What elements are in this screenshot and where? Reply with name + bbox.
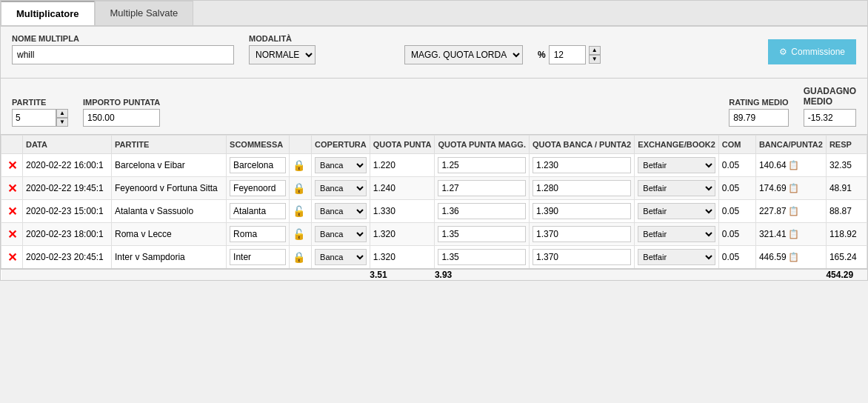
quota-punta-magg-input-4[interactable]: [438, 249, 526, 265]
copertura-cell-3: Banca: [312, 223, 370, 246]
quota-banca-input-3[interactable]: [533, 226, 631, 242]
footer-com: [718, 269, 755, 280]
modalita-label: MODALITÀ: [249, 34, 316, 43]
copertura-select-3[interactable]: Banca: [315, 226, 367, 242]
remove-btn-2[interactable]: ✕: [4, 204, 19, 219]
modalita-select[interactable]: NORMALE: [249, 45, 316, 64]
scommessa-input-1[interactable]: [230, 180, 286, 196]
th-quota-punta-magg: QUOTA PUNTA MAGG.: [435, 136, 530, 154]
importo-label: IMPORTO PUNTATA: [83, 98, 160, 107]
quota-punta-magg-input-2[interactable]: [438, 203, 526, 219]
copertura-cell-1: Banca: [312, 177, 370, 200]
magg-group: MAGG. QUOTA LORDA: [404, 45, 523, 64]
nome-multipla-group: NOME MULTIPLA: [12, 34, 234, 64]
quota-punta-magg-input-0[interactable]: [438, 157, 526, 173]
magg-select[interactable]: MAGG. QUOTA LORDA: [404, 45, 523, 64]
quota-punta-magg-input-1[interactable]: [438, 180, 526, 196]
copy-icon-4[interactable]: 📋: [788, 252, 799, 262]
banca-punta2-value-3: 321.41: [759, 229, 787, 239]
copy-icon-3[interactable]: 📋: [788, 229, 799, 239]
th-quota-punta: QUOTA PUNTA: [370, 136, 435, 154]
th-exchange: EXCHANGE/BOOK2: [635, 136, 719, 154]
footer-exchange: [635, 269, 719, 280]
remove-cell[interactable]: ✕: [1, 223, 23, 246]
pct-symbol: %: [538, 50, 546, 60]
th-data: DATA: [23, 136, 112, 154]
remove-btn-1[interactable]: ✕: [4, 181, 19, 196]
exchange-select-4[interactable]: Betfair: [638, 249, 715, 265]
scommessa-cell-3: [227, 223, 290, 246]
scommessa-input-2[interactable]: [230, 203, 286, 219]
table-row: ✕ 2020-02-22 16:00:1 Barcelona v Eibar 🔒…: [1, 154, 867, 177]
remove-cell[interactable]: ✕: [1, 246, 23, 270]
com-cell-3: 0.05: [718, 223, 755, 246]
guadagno-label: GUADAGNO MEDIO: [804, 86, 856, 107]
table-wrap: DATA PARTITE SCOMMESSA COPERTURA QUOTA P…: [1, 135, 867, 280]
guadagno-value: -15.32: [804, 109, 856, 127]
remove-btn-0[interactable]: ✕: [4, 158, 19, 173]
exchange-select-1[interactable]: Betfair: [638, 180, 715, 196]
exchange-cell-1: Betfair: [635, 177, 719, 200]
quota-banca-input-2[interactable]: [533, 203, 631, 219]
lock-cell-0[interactable]: 🔒: [290, 154, 312, 177]
banca-punta2-cell-2: 227.87 📋: [755, 200, 826, 223]
quota-banca-cell-2: [530, 200, 635, 223]
copertura-select-1[interactable]: Banca: [315, 180, 367, 196]
copy-icon-1[interactable]: 📋: [788, 183, 799, 193]
quota-banca-input-4[interactable]: [533, 249, 631, 265]
partite-up-btn[interactable]: ▲: [56, 109, 68, 118]
table-row: ✕ 2020-02-22 19:45:1 Feyenoord v Fortuna…: [1, 177, 867, 200]
partite-stepper-wrap: ▲ ▼: [12, 109, 68, 127]
copertura-select-0[interactable]: Banca: [315, 157, 367, 173]
pct-input[interactable]: [549, 45, 586, 64]
footer-quota-banca: [530, 269, 635, 280]
remove-cell[interactable]: ✕: [1, 154, 23, 177]
lock-cell-1[interactable]: 🔒: [290, 177, 312, 200]
copertura-select-4[interactable]: Banca: [315, 249, 367, 265]
commission-button[interactable]: ⚙ Commissione: [768, 39, 856, 64]
quota-punta-magg-cell-2: [435, 200, 530, 223]
partite-down-btn[interactable]: ▼: [56, 118, 68, 127]
pct-group: % ▲ ▼: [538, 45, 601, 64]
data-cell-2: 2020-02-23 15:00:1: [23, 200, 112, 223]
scommessa-input-4[interactable]: [230, 249, 286, 265]
footer-resp: 454.29: [826, 269, 867, 280]
rating-label: RATING MEDIO: [729, 98, 788, 107]
remove-btn-3[interactable]: ✕: [4, 227, 19, 242]
nome-multipla-label: NOME MULTIPLA: [12, 34, 234, 43]
lock-cell-3[interactable]: 🔓: [290, 223, 312, 246]
lock-cell-4[interactable]: 🔒: [290, 246, 312, 270]
exchange-select-3[interactable]: Betfair: [638, 226, 715, 242]
nome-multipla-input[interactable]: [12, 45, 234, 64]
quota-banca-cell-0: [530, 154, 635, 177]
banca-punta2-wrap-2: 227.87 📋: [759, 206, 823, 216]
pct-down-btn[interactable]: ▼: [589, 55, 601, 64]
exchange-select-2[interactable]: Betfair: [638, 203, 715, 219]
exchange-select-0[interactable]: Betfair: [638, 157, 715, 173]
quota-punta-magg-input-3[interactable]: [438, 226, 526, 242]
banca-punta2-value-1: 174.69: [759, 183, 787, 193]
tab-multiple-salvate[interactable]: Multiple Salvate: [95, 1, 194, 25]
quota-banca-input-1[interactable]: [533, 180, 631, 196]
copy-icon-0[interactable]: 📋: [788, 160, 799, 170]
banca-punta2-cell-0: 140.64 📋: [755, 154, 826, 177]
partita-cell-2: Atalanta v Sassuolo: [112, 200, 227, 223]
pct-stepper: ▲ ▼: [589, 46, 601, 64]
remove-btn-4[interactable]: ✕: [4, 250, 19, 264]
remove-cell[interactable]: ✕: [1, 177, 23, 200]
partite-label: PARTITE: [12, 98, 68, 107]
copertura-cell-0: Banca: [312, 154, 370, 177]
importo-group: IMPORTO PUNTATA 150.00: [83, 98, 160, 127]
partite-input[interactable]: [12, 109, 56, 127]
tab-multiplicatore[interactable]: Multiplicatore: [1, 1, 95, 25]
copertura-select-2[interactable]: Banca: [315, 203, 367, 219]
form-row-1: NOME MULTIPLA MODALITÀ NORMALE MAGG. QUO…: [12, 34, 856, 64]
pct-up-btn[interactable]: ▲: [589, 46, 601, 55]
resp-cell-1: 48.91: [826, 177, 867, 200]
copy-icon-2[interactable]: 📋: [788, 206, 799, 216]
scommessa-input-3[interactable]: [230, 226, 286, 242]
remove-cell[interactable]: ✕: [1, 200, 23, 223]
quota-banca-input-0[interactable]: [533, 157, 631, 173]
lock-cell-2[interactable]: 🔓: [290, 200, 312, 223]
scommessa-input-0[interactable]: [230, 157, 286, 173]
